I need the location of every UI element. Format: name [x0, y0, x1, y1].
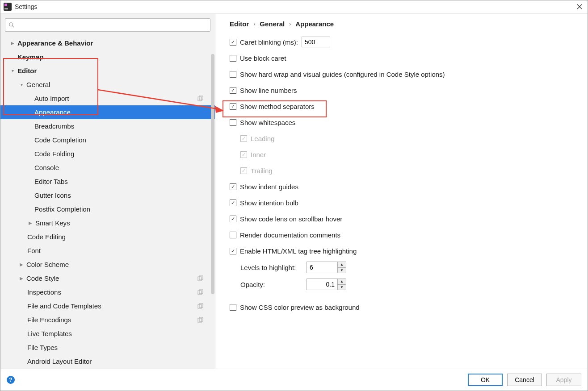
tree-item-code-editing[interactable]: Code Editing — [0, 230, 215, 244]
help-button[interactable]: ? — [7, 376, 15, 384]
checkbox-show-line-numbers[interactable]: ✓ — [230, 87, 236, 94]
tree-item-file-encodings[interactable]: File Encodings — [0, 313, 215, 327]
svg-rect-13 — [198, 318, 202, 322]
tree-item-code-style[interactable]: ▶Code Style — [0, 271, 215, 285]
checkbox-show-code-lens[interactable]: ✓ — [230, 216, 236, 222]
checkbox-leading: ✓ — [240, 135, 247, 142]
search-input-wrap — [5, 18, 210, 32]
tree-item-keymap[interactable]: Keymap — [0, 50, 215, 64]
tree-item-console[interactable]: Console — [0, 161, 215, 175]
checkbox-caret-blinking[interactable]: ✓ — [230, 39, 236, 46]
option-show-method-separators: ✓ Show method separators — [230, 98, 579, 114]
chevron-right-icon: ▶ — [18, 262, 25, 267]
svg-rect-14 — [199, 317, 203, 321]
input-caret-blinking-ms[interactable] — [302, 37, 330, 47]
per-project-icon — [197, 275, 203, 282]
checkbox-show-indent-guides[interactable]: ✓ — [230, 183, 236, 190]
option-use-block-caret: Use block caret — [230, 50, 579, 66]
ok-button[interactable]: OK — [468, 374, 503, 386]
apply-button: Apply — [546, 374, 581, 386]
svg-rect-1 — [4, 4, 7, 6]
per-project-icon — [197, 289, 203, 295]
option-levels-to-highlight: Levels to highlight: ▲ ▼ — [230, 259, 579, 276]
tree-item-general[interactable]: ▾General — [0, 78, 215, 92]
breadcrumb: Editor › General › Appearance — [215, 14, 588, 32]
svg-rect-8 — [199, 276, 203, 280]
chevron-right-icon: › — [253, 21, 255, 27]
checkbox-show-css-color[interactable] — [230, 304, 236, 311]
option-show-code-lens: ✓ Show code lens on scrollbar hover — [230, 211, 579, 227]
tree-item-editor-tabs[interactable]: Editor Tabs — [0, 175, 215, 188]
chevron-right-icon: › — [289, 21, 291, 27]
checkbox-show-method-separators[interactable]: ✓ — [230, 103, 236, 110]
tree-item-breadcrumbs[interactable]: Breadcrumbs — [0, 119, 215, 133]
option-inner: ✓ Inner — [230, 146, 579, 162]
option-render-doc: Render documentation comments — [230, 227, 579, 243]
tree-item-live-templates[interactable]: Live Templates — [0, 327, 215, 341]
tree-item-file-code-templates[interactable]: File and Code Templates — [0, 299, 215, 313]
tree-item-appearance-behavior[interactable]: ▶Appearance & Behavior — [0, 36, 215, 50]
chevron-right-icon: ▶ — [9, 41, 16, 46]
option-opacity: Opacity: ▲ ▼ — [230, 276, 579, 293]
spinner-up[interactable]: ▲ — [338, 279, 346, 285]
tree-item-android-layout-editor[interactable]: Android Layout Editor — [0, 354, 215, 368]
window-title: Settings — [15, 3, 38, 10]
svg-point-3 — [9, 23, 13, 26]
svg-rect-5 — [198, 97, 202, 101]
tree-item-color-scheme[interactable]: ▶Color Scheme — [0, 258, 215, 271]
tree-item-inspections[interactable]: Inspections — [0, 285, 215, 299]
checkbox-trailing: ✓ — [240, 167, 247, 174]
chevron-down-icon: ▾ — [18, 82, 25, 87]
option-show-hard-wrap: Show hard wrap and visual guides (config… — [230, 66, 579, 82]
search-input[interactable] — [17, 21, 210, 29]
settings-dialog: Settings ▶Appearance & Behavior Keymap ▾… — [0, 0, 588, 391]
checkbox-enable-html-xml[interactable]: ✓ — [230, 248, 236, 254]
option-caret-blinking: ✓ Caret blinking (ms): — [230, 34, 579, 50]
option-show-indent-guides: ✓ Show indent guides — [230, 179, 579, 195]
input-opacity[interactable] — [307, 279, 338, 290]
checkbox-inner: ✓ — [240, 151, 247, 158]
scrollbar-thumb[interactable] — [211, 54, 214, 294]
settings-tree[interactable]: ▶Appearance & Behavior Keymap ▾Editor ▾G… — [0, 34, 215, 369]
checkbox-show-whitespaces[interactable] — [230, 119, 236, 126]
search-icon — [8, 21, 15, 29]
tree-item-smart-keys[interactable]: ▶Smart Keys — [0, 216, 215, 230]
svg-rect-9 — [198, 291, 202, 295]
crumb-general[interactable]: General — [260, 20, 285, 28]
checkbox-show-intention-bulb[interactable]: ✓ — [230, 200, 236, 206]
svg-rect-6 — [199, 96, 203, 100]
tree-item-file-types[interactable]: File Types — [0, 341, 215, 354]
option-show-intention-bulb: ✓ Show intention bulb — [230, 195, 579, 211]
sidebar: ▶Appearance & Behavior Keymap ▾Editor ▾G… — [0, 14, 215, 369]
spinner-up[interactable]: ▲ — [338, 262, 346, 268]
tree-item-appearance[interactable]: Appearance — [0, 105, 215, 119]
checkbox-show-hard-wrap[interactable] — [230, 71, 236, 78]
tree-item-editor[interactable]: ▾Editor — [0, 64, 215, 78]
close-button[interactable] — [575, 2, 584, 11]
dialog-body: ▶Appearance & Behavior Keymap ▾Editor ▾G… — [0, 13, 588, 369]
option-trailing: ✓ Trailing — [230, 162, 579, 179]
per-project-icon — [197, 303, 203, 309]
tree-item-gutter-icons[interactable]: Gutter Icons — [0, 188, 215, 202]
tree-item-auto-import[interactable]: Auto Import — [0, 92, 215, 105]
input-levels-to-highlight[interactable] — [307, 262, 338, 273]
titlebar: Settings — [0, 0, 588, 13]
checkbox-render-doc[interactable] — [230, 232, 236, 238]
cancel-button[interactable]: Cancel — [507, 374, 542, 386]
option-show-line-numbers: ✓ Show line numbers — [230, 82, 579, 98]
spinner-down[interactable]: ▼ — [338, 285, 346, 290]
svg-rect-12 — [199, 304, 203, 308]
tree-item-code-completion[interactable]: Code Completion — [0, 133, 215, 147]
tree-item-font[interactable]: Font — [0, 244, 215, 258]
svg-rect-2 — [4, 8, 8, 9]
main-panel: Editor › General › Appearance ✓ Caret bl… — [215, 14, 588, 369]
checkbox-use-block-caret[interactable] — [230, 55, 236, 62]
crumb-editor[interactable]: Editor — [230, 20, 249, 28]
svg-line-4 — [13, 26, 14, 28]
tree-item-postfix-completion[interactable]: Postfix Completion — [0, 202, 215, 216]
option-leading: ✓ Leading — [230, 130, 579, 146]
spinner-down[interactable]: ▼ — [338, 268, 346, 273]
per-project-icon — [197, 96, 203, 102]
tree-item-code-folding[interactable]: Code Folding — [0, 147, 215, 161]
app-icon — [3, 2, 12, 11]
